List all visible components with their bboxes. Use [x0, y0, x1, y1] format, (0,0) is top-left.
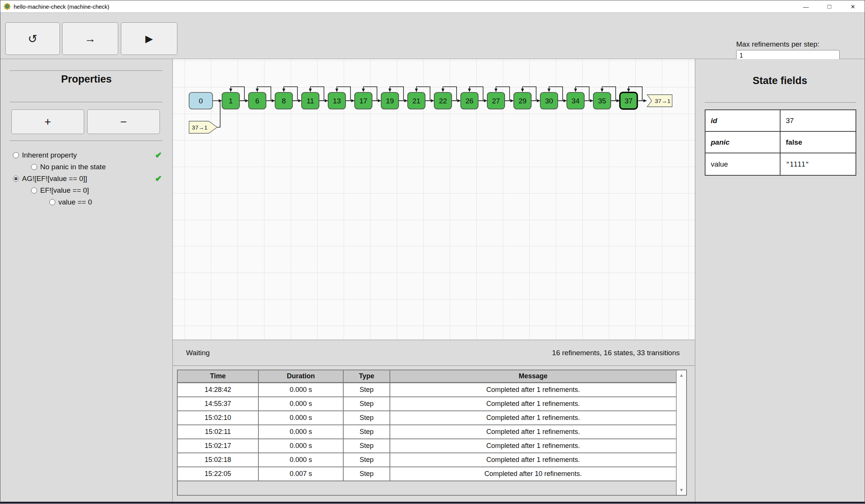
property-item[interactable]: AG![EF![value == 0]]✔ — [0, 173, 172, 184]
divider — [705, 102, 856, 103]
field-value: false — [781, 132, 856, 153]
properties-list: Inherent property✔No panic in the stateA… — [0, 149, 172, 208]
divider — [10, 102, 162, 102]
verified-check-icon: ✔ — [155, 151, 162, 160]
property-item[interactable]: Inherent property✔ — [0, 149, 172, 161]
property-label: Inherent property — [22, 151, 77, 159]
toolbar: ↺ → ▶ Max refinements per step: — [0, 13, 865, 59]
log-row: 15:02:100.000 sStepCompleted after 1 ref… — [178, 411, 676, 425]
run-button[interactable]: ▶ — [121, 22, 177, 55]
log-cell: 15:02:10 — [178, 411, 259, 424]
reset-button[interactable]: ↺ — [5, 22, 60, 55]
log-cell: 15:02:17 — [178, 439, 259, 453]
state-node-label: 1 — [229, 97, 233, 105]
state-field-row: panicfalse — [705, 132, 856, 153]
radio-button[interactable] — [31, 187, 37, 193]
log-cell: Completed after 1 refinements. — [390, 425, 676, 438]
state-fields-title: State fields — [695, 75, 865, 87]
log-row: 15:22:050.007 sStepCompleted after 10 re… — [178, 467, 676, 481]
state-node-label: 6 — [255, 97, 260, 105]
scroll-down-icon[interactable]: ▼ — [677, 487, 686, 493]
log-cell: Completed after 1 refinements. — [390, 383, 676, 396]
remove-property-button[interactable]: − — [87, 109, 160, 134]
state-node-label: 21 — [412, 97, 420, 105]
state-node-label: 11 — [307, 97, 314, 105]
center-column: 37→137→1016811131719212226272930343537 W… — [173, 59, 695, 504]
log-cell: 0.000 s — [259, 411, 344, 424]
step-button[interactable]: → — [62, 22, 118, 55]
state-node-label: 34 — [571, 97, 580, 105]
log-cell: 15:02:18 — [178, 453, 259, 467]
add-property-button[interactable]: + — [11, 109, 84, 134]
log-column-header: Type — [344, 370, 390, 382]
verified-check-icon: ✔ — [155, 174, 162, 183]
log-row: 14:55:370.000 sStepCompleted after 1 ref… — [178, 397, 676, 411]
log-row: 14:28:420.000 sStepCompleted after 1 ref… — [178, 383, 676, 397]
log-table: TimeDurationTypeMessage14:28:420.000 sSt… — [178, 370, 676, 495]
play-icon: ▶ — [145, 33, 153, 45]
state-node-label: 27 — [492, 97, 500, 105]
log-cell: Completed after 1 refinements. — [390, 397, 676, 410]
property-item[interactable]: EF![value == 0] — [0, 184, 172, 196]
max-refinements-label: Max refinements per step: — [736, 40, 842, 48]
log-column-header: Duration — [259, 370, 344, 382]
radio-button[interactable] — [31, 164, 37, 170]
radio-button[interactable] — [13, 176, 19, 182]
bottom-panel: Waiting 16 refinements, 16 states, 33 tr… — [173, 340, 695, 504]
log-scrollbar[interactable]: ▲ ▼ — [676, 370, 686, 495]
state-node-label: 8 — [282, 97, 286, 105]
state-node-label: 13 — [333, 97, 341, 105]
properties-panel: Properties + − Inherent property✔No pani… — [0, 59, 173, 504]
field-name: value — [705, 153, 781, 175]
state-node-label: 19 — [386, 97, 394, 105]
property-label: No panic in the state — [40, 163, 106, 171]
app-icon — [4, 3, 11, 10]
state-node-label: 30 — [545, 97, 553, 105]
log-cell: 14:28:42 — [178, 383, 259, 396]
log-cell: Step — [344, 383, 390, 396]
log-row: 15:02:110.000 sStepCompleted after 1 ref… — [178, 425, 676, 439]
log-cell: Step — [344, 425, 390, 438]
log-cell: Completed after 1 refinements. — [390, 411, 676, 424]
properties-title: Properties — [0, 73, 172, 85]
radio-button[interactable] — [13, 152, 19, 158]
property-label: value == 0 — [58, 198, 92, 206]
log-row: 15:02:170.000 sStepCompleted after 1 ref… — [178, 439, 676, 453]
log-cell: 0.000 s — [259, 397, 344, 410]
step-arrow-icon: → — [84, 32, 96, 45]
log-row: 15:02:180.000 sStepCompleted after 1 ref… — [178, 453, 676, 467]
state-graph: 37→137→1016811131719212226272930343537 — [173, 59, 695, 340]
log-cell: 0.000 s — [259, 383, 344, 396]
state-node-label: 29 — [518, 97, 526, 105]
log-cell: 15:22:05 — [178, 467, 259, 481]
property-item[interactable]: No panic in the state — [0, 161, 172, 173]
log-cell: Step — [344, 411, 390, 424]
status-stats: 16 refinements, 16 states, 33 transition… — [552, 349, 680, 357]
maximize-icon[interactable]: □ — [818, 0, 841, 13]
field-value: 37 — [781, 110, 856, 131]
wrap-target-label: 37→1 — [655, 98, 670, 104]
log-cell: Step — [344, 467, 390, 481]
state-node-label: 37 — [624, 97, 632, 105]
field-name: panic — [705, 132, 781, 153]
wrap-in-edge — [217, 101, 220, 127]
log-cell: Completed after 1 refinements. — [390, 439, 676, 453]
state-field-row: id37 — [705, 110, 856, 132]
state-fields-table: id37panicfalsevalue"1111" — [705, 109, 856, 176]
scroll-up-icon[interactable]: ▲ — [677, 373, 686, 378]
close-icon[interactable]: ✕ — [841, 0, 865, 13]
log-cell: 0.000 s — [259, 453, 344, 467]
log-cell: Completed after 1 refinements. — [390, 453, 676, 467]
divider — [10, 140, 162, 141]
wrap-source-label: 37→1 — [192, 124, 207, 131]
window-titlebar[interactable]: hello-machine-check (machine-check) — □ … — [0, 0, 865, 13]
log-cell: Step — [344, 397, 390, 410]
state-graph-canvas[interactable]: 37→137→1016811131719212226272930343537 — [173, 59, 695, 340]
radio-button[interactable] — [49, 199, 55, 205]
state-fields-panel: State fields id37panicfalsevalue"1111" — [695, 59, 865, 504]
status-text: Waiting — [186, 349, 210, 357]
state-field-row: value"1111" — [705, 153, 856, 175]
property-item[interactable]: value == 0 — [0, 196, 172, 208]
minimize-icon[interactable]: — — [794, 0, 818, 13]
log-cell: 0.007 s — [259, 467, 344, 481]
